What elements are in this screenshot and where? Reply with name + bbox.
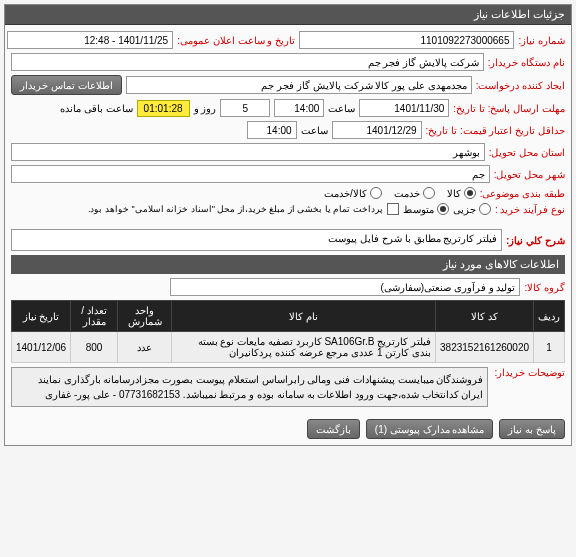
radio-med-label: متوسط <box>403 204 434 215</box>
footer-buttons: پاسخ به نیاز مشاهده مدارک پیوستی (1) باز… <box>5 413 571 445</box>
th-name: نام کالا <box>172 301 436 332</box>
radio-small[interactable]: جزیی <box>453 203 491 215</box>
buyer-field: شرکت پالایش گاز فجر جم <box>11 53 484 71</box>
notes-box: فروشندگان میبایست پیشنهادات فنی ومالی را… <box>11 367 488 407</box>
th-date: تاریخ نیاز <box>12 301 71 332</box>
panel-body: شماره نیاز: 1101092273000665 تاریخ و ساع… <box>5 25 571 413</box>
category-label: طبقه بندی موضوعی: <box>480 188 565 199</box>
row-province: استان محل تحویل: بوشهر <box>11 143 565 161</box>
items-table: ردیف کد کالا نام کالا واحد شمارش تعداد /… <box>11 300 565 363</box>
contact-button[interactable]: اطلاعات تماس خریدار <box>11 75 122 95</box>
creator-label: ایجاد کننده درخواست: <box>476 80 565 91</box>
city-label: شهر محل تحویل: <box>494 169 565 180</box>
row-buyer: نام دستگاه خریدار: شرکت پالایش گاز فجر ج… <box>11 53 565 71</box>
radio-service[interactable]: خدمت <box>394 187 435 199</box>
row-desc: شرح کلي نياز: فیلتر کارتریج مطابق با شرح… <box>11 229 565 251</box>
row-group: گروه کالا: تولید و فرآوری صنعتی(سفارشی) <box>11 278 565 296</box>
province-field: بوشهر <box>11 143 485 161</box>
radio-goods-dot <box>464 187 476 199</box>
radio-service-label: خدمت <box>394 188 420 199</box>
radio-both-label: کالا/خدمت <box>324 188 367 199</box>
main-panel: جزئیات اطلاعات نیاز شماره نیاز: 11010922… <box>4 4 572 446</box>
radio-goods-label: کالا <box>447 188 461 199</box>
radio-both-dot <box>370 187 382 199</box>
price-time-field: 14:00 <box>247 121 297 139</box>
th-unit: واحد شمارش <box>118 301 172 332</box>
time-label-2: ساعت <box>301 125 328 136</box>
cell-qty: 800 <box>71 332 118 363</box>
buyer-label: نام دستگاه خریدار: <box>488 57 565 68</box>
row-category: طبقه بندی موضوعی: کالا خدمت کالا/خدمت <box>11 187 565 199</box>
announce-field: 1401/11/25 - 12:48 <box>7 31 173 49</box>
notes-row: توضیحات خریدار: فروشندگان میبایست پیشنها… <box>11 367 565 407</box>
group-label: گروه کالا: <box>524 282 565 293</box>
row-process: نوع فرآیند خرید : جزیی متوسط پرداخت تمام… <box>11 203 565 215</box>
deadline-label: مهلت ارسال پاسخ: تا تاریخ: <box>453 103 565 114</box>
th-qty: تعداد / مقدار <box>71 301 118 332</box>
price-date-field: 1401/12/29 <box>332 121 422 139</box>
attachments-button[interactable]: مشاهده مدارک پیوستی (1) <box>366 419 494 439</box>
deadline-time-field: 14:00 <box>274 99 324 117</box>
radio-goods[interactable]: کالا <box>447 187 476 199</box>
price-valid-label: حداقل تاریخ اعتبار قیمت: تا تاریخ: <box>426 125 565 136</box>
proc-note: پرداخت تمام یا بخشی از مبلغ خرید،از محل … <box>88 204 383 214</box>
row-creator: ایجاد کننده درخواست: مجدمهدی علی پور کال… <box>11 75 565 95</box>
radio-both[interactable]: کالا/خدمت <box>324 187 382 199</box>
th-idx: ردیف <box>534 301 565 332</box>
table-header-row: ردیف کد کالا نام کالا واحد شمارش تعداد /… <box>12 301 565 332</box>
radio-med-dot <box>437 203 449 215</box>
cell-name: فیلتر کارتریج SA106Gr.B کاربرد تصفیه مای… <box>172 332 436 363</box>
back-button[interactable]: بازگشت <box>307 419 360 439</box>
desc-label: شرح کلي نياز: <box>506 235 565 246</box>
cell-unit: عدد <box>118 332 172 363</box>
cell-idx: 1 <box>534 332 565 363</box>
need-no-label: شماره نیاز: <box>518 35 565 46</box>
time-label-1: ساعت <box>328 103 355 114</box>
row-need-announce: شماره نیاز: 1101092273000665 تاریخ و ساع… <box>11 31 565 49</box>
announce-label: تاریخ و ساعت اعلان عمومی: <box>177 35 295 46</box>
city-field: جم <box>11 165 490 183</box>
th-code: کد کالا <box>436 301 534 332</box>
desc-field: فیلتر کارتریج مطابق با شرح فایل پیوست <box>11 229 502 251</box>
radio-small-dot <box>479 203 491 215</box>
process-label: نوع فرآیند خرید : <box>495 204 565 215</box>
treasury-checkbox[interactable] <box>387 203 399 215</box>
items-section-title: اطلاعات کالاهای مورد نیاز <box>11 255 565 274</box>
panel-title: جزئیات اطلاعات نیاز <box>474 8 565 20</box>
province-label: استان محل تحویل: <box>489 147 565 158</box>
reply-button[interactable]: پاسخ به نیاز <box>499 419 565 439</box>
table-row: 1 3823152161260020 فیلتر کارتریج SA106Gr… <box>12 332 565 363</box>
cell-code: 3823152161260020 <box>436 332 534 363</box>
notes-label: توضیحات خریدار: <box>494 367 565 378</box>
row-city: شهر محل تحویل: جم <box>11 165 565 183</box>
radio-service-dot <box>423 187 435 199</box>
cell-date: 1401/12/06 <box>12 332 71 363</box>
remain-label: ساعت باقی مانده <box>60 103 133 114</box>
row-deadline: مهلت ارسال پاسخ: تا تاریخ: 1401/11/30 سا… <box>11 99 565 117</box>
radio-small-label: جزیی <box>453 204 476 215</box>
remain-time-badge: 01:01:28 <box>137 100 190 117</box>
spacer <box>11 219 565 229</box>
days-field: 5 <box>220 99 270 117</box>
category-radio-group: کالا خدمت کالا/خدمت <box>11 187 476 199</box>
panel-header: جزئیات اطلاعات نیاز <box>5 5 571 25</box>
radio-med[interactable]: متوسط <box>403 203 449 215</box>
creator-field: مجدمهدی علی پور کالا شرکت پالایش گاز فجر… <box>126 76 472 94</box>
group-field: تولید و فرآوری صنعتی(سفارشی) <box>170 278 520 296</box>
need-no-field: 1101092273000665 <box>299 31 514 49</box>
days-label: روز و <box>194 103 217 114</box>
row-price-valid: حداقل تاریخ اعتبار قیمت: تا تاریخ: 1401/… <box>11 121 565 139</box>
deadline-date-field: 1401/11/30 <box>359 99 449 117</box>
